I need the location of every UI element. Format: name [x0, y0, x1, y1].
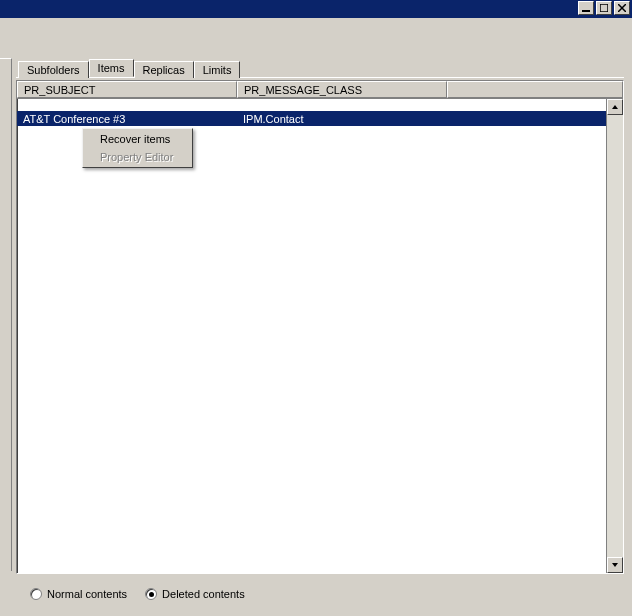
radio-normal-contents[interactable]: Normal contents	[30, 588, 127, 600]
svg-rect-1	[600, 4, 608, 12]
context-menu: Recover items Property Editor	[82, 128, 193, 168]
radio-icon	[30, 588, 42, 600]
menu-property-editor: Property Editor	[84, 148, 191, 166]
close-button[interactable]	[614, 1, 630, 15]
list-row[interactable]: AT&T Conference #3 IPM.Contact	[17, 111, 606, 126]
radio-deleted-label: Deleted contents	[162, 588, 245, 600]
tab-subfolders[interactable]: Subfolders	[18, 61, 89, 78]
window-controls	[578, 1, 630, 15]
tab-limits[interactable]: Limits	[194, 61, 241, 78]
scroll-down-button[interactable]	[607, 557, 623, 573]
column-header-spacer	[447, 81, 623, 98]
client-area: Subfolders Items Replicas Limits PR_SUBJ…	[0, 18, 632, 616]
radio-icon	[145, 588, 157, 600]
column-header-subject[interactable]: PR_SUBJECT	[17, 81, 237, 98]
scroll-up-button[interactable]	[607, 99, 623, 115]
left-panel-edge	[0, 58, 12, 571]
tab-strip: Subfolders Items Replicas Limits	[16, 58, 624, 78]
vertical-scrollbar[interactable]	[606, 99, 623, 573]
cell-subject: AT&T Conference #3	[17, 113, 237, 125]
menu-recover-items[interactable]: Recover items	[84, 130, 191, 148]
cell-message-class: IPM.Contact	[237, 113, 447, 125]
minimize-button[interactable]	[578, 1, 594, 15]
radio-deleted-contents[interactable]: Deleted contents	[145, 588, 245, 600]
maximize-button[interactable]	[596, 1, 612, 15]
content-mode-bar: Normal contents Deleted contents	[18, 582, 624, 606]
tab-items[interactable]: Items	[89, 59, 134, 77]
list-body[interactable]: AT&T Conference #3 IPM.Contact	[17, 99, 606, 573]
column-header-message-class[interactable]: PR_MESSAGE_CLASS	[237, 81, 447, 98]
radio-normal-label: Normal contents	[47, 588, 127, 600]
tab-replicas[interactable]: Replicas	[134, 61, 194, 78]
svg-rect-0	[582, 10, 590, 12]
title-bar	[0, 0, 632, 18]
column-headers: PR_SUBJECT PR_MESSAGE_CLASS	[17, 81, 623, 99]
